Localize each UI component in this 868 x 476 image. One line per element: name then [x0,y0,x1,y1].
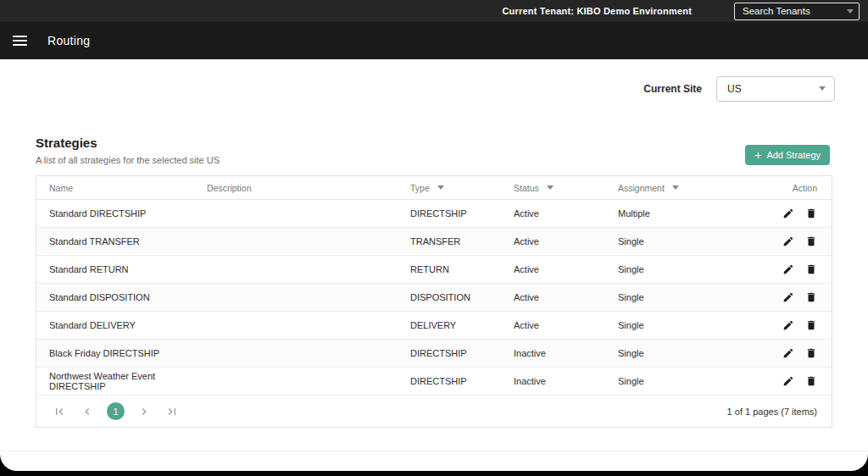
pencil-icon [782,291,794,303]
strategy-assignment: Single [605,320,728,330]
strategy-type: DIRECTSHIP [398,348,501,358]
current-site-value: US [727,83,742,95]
pencil-icon [782,319,794,331]
strategy-assignment: Single [605,236,728,246]
current-page-button[interactable]: 1 [107,402,125,420]
table-header-row: Name Description Type Status Assignment … [36,176,832,200]
delete-button[interactable] [805,208,817,219]
strategy-type: TRANSFER [398,236,501,246]
strategy-name: Black Friday DIRECTSHIP [36,348,194,358]
trash-icon [805,263,817,275]
edit-button[interactable] [782,235,794,247]
column-header-description: Description [194,183,398,193]
pagination-summary: 1 of 1 pages (7 items) [727,407,817,417]
strategy-name: Standard DELIVERY [36,320,194,330]
add-strategy-button[interactable]: + Add Strategy [745,145,830,165]
strategy-name: Standard RETURN [36,264,194,274]
edit-button[interactable] [782,291,794,303]
pencil-icon [782,375,794,387]
content-card: Current Site US Strategies A list of all… [0,59,868,471]
table-row: Black Friday DIRECTSHIP DIRECTSHIP Inact… [36,340,832,368]
strategy-assignment: Single [605,292,728,302]
strategy-type: DELIVERY [398,320,501,330]
first-page-button[interactable] [49,401,70,422]
trash-icon [805,208,817,219]
strategy-status: Active [501,292,605,302]
strategy-assignment: Single [605,264,728,274]
trash-icon [805,235,817,247]
delete-button[interactable] [805,375,817,387]
previous-page-button[interactable] [77,401,97,422]
menu-icon[interactable] [13,36,27,46]
strategy-status: Inactive [501,348,605,358]
table-row: Standard DELIVERY DELIVERY Active Single [36,312,832,340]
delete-button[interactable] [805,235,817,247]
trash-icon [805,347,817,359]
strategy-status: Inactive [501,376,605,386]
strategy-type: DIRECTSHIP [398,208,501,219]
current-site-select[interactable]: US [716,76,835,102]
strategy-assignment: Single [605,348,728,358]
trash-icon [805,319,817,331]
delete-button[interactable] [805,291,817,303]
plus-icon: + [754,149,761,161]
edit-button[interactable] [782,347,794,359]
search-tenants-select[interactable]: Search Tenants [734,3,860,20]
page-title: Routing [47,34,90,47]
site-selector-row: Current Site US [0,59,868,107]
table-row: Standard DIRECTSHIP DIRECTSHIP Active Mu… [36,200,832,228]
sort-caret-icon[interactable] [437,185,444,190]
pencil-icon [782,208,794,219]
chevron-right-icon [137,405,151,418]
table-row: Standard RETURN RETURN Active Single [36,256,832,284]
last-page-button[interactable] [162,401,182,422]
app-bar: Routing [0,22,868,59]
edit-button[interactable] [782,263,794,275]
sort-caret-icon[interactable] [672,185,679,190]
chevron-down-icon [847,9,854,14]
strategies-header: Strategies A list of all strategies for … [36,136,830,165]
column-header-status[interactable]: Status [501,183,605,193]
column-header-action: Action [728,183,832,193]
tenant-bar: Current Tenant: KIBO Demo Environment Se… [0,0,868,22]
edit-button[interactable] [782,208,794,219]
strategies-subtitle: A list of all strategies for the selecte… [36,155,220,165]
next-page-button[interactable] [134,401,154,422]
pencil-icon [782,235,794,247]
strategy-status: Active [501,208,605,219]
table-row: Northwest Weather Event DIRECTSHIP DIREC… [36,368,832,396]
column-header-name: Name [36,183,194,193]
strategies-table: Name Description Type Status Assignment … [36,175,832,428]
strategy-name: Standard DIRECTSHIP [36,208,194,219]
pencil-icon [782,347,794,359]
delete-button[interactable] [805,347,817,359]
edit-button[interactable] [782,375,794,387]
strategy-type: DIRECTSHIP [398,376,501,386]
edit-button[interactable] [782,319,794,331]
current-site-label: Current Site [643,83,702,95]
chevron-left-icon [81,405,94,418]
strategy-type: DISPOSITION [398,292,501,302]
strategy-type: RETURN [398,264,501,274]
strategy-status: Active [501,264,605,274]
delete-button[interactable] [805,319,817,331]
table-row: Standard TRANSFER TRANSFER Active Single [36,228,832,256]
trash-icon [805,291,817,303]
strategy-assignment: Multiple [605,208,728,219]
first-page-icon [53,405,66,418]
trash-icon [805,375,817,387]
column-header-assignment[interactable]: Assignment [605,183,728,193]
last-page-icon [165,405,179,418]
chevron-down-icon [819,86,826,91]
current-tenant-label: Current Tenant: KIBO Demo Environment [502,6,692,16]
pagination-bar: 1 1 of 1 pages (7 items) [36,396,832,427]
strategy-assignment: Single [605,376,728,386]
strategy-name: Standard TRANSFER [36,236,194,246]
footer-divider [0,451,868,451]
strategy-name: Standard DISPOSITION [36,292,194,302]
delete-button[interactable] [805,263,817,275]
column-header-type[interactable]: Type [398,183,501,193]
strategy-name: Northwest Weather Event DIRECTSHIP [36,371,194,391]
sort-caret-icon[interactable] [547,185,554,190]
pencil-icon [782,263,794,275]
